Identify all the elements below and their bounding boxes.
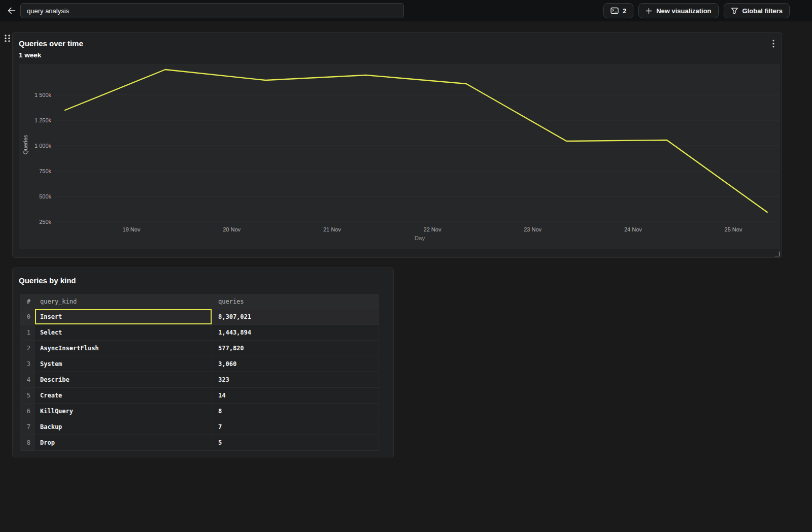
chart-panel-menu-button[interactable] [768, 39, 779, 49]
table-row: 8Drop5 [20, 435, 379, 451]
table-cell-index[interactable]: 4 [20, 372, 35, 387]
global-filters-button[interactable]: Global filters [724, 3, 790, 18]
panel-resize-handle[interactable] [774, 250, 780, 256]
x-axis-tick-label: 22 Nov [424, 226, 442, 232]
x-axis-tick-label: 24 Nov [624, 226, 642, 232]
table-cell-queries[interactable]: 1,443,894 [212, 325, 379, 340]
table-panel-title: Queries by kind [19, 276, 76, 285]
resize-corner-icon [774, 251, 780, 257]
queries-over-time-chart[interactable]: 1 500k1 250k1 000k750k500k250k19 Nov20 N… [19, 64, 780, 249]
table-cell-index[interactable]: 2 [20, 341, 35, 356]
table-cell-queries[interactable]: 5 [212, 435, 379, 450]
x-axis-tick-label: 21 Nov [323, 226, 341, 232]
table-cell-queries[interactable]: 8 [212, 404, 379, 419]
table-cell-queries[interactable]: 577,820 [212, 341, 379, 356]
table-cell-query-kind[interactable]: Backup [35, 419, 212, 435]
panel-drag-handle[interactable] [4, 34, 11, 43]
x-axis-tick-label: 20 Nov [223, 226, 241, 232]
y-axis-title: Queries [22, 135, 28, 154]
table-header-row: # query_kind queries [20, 294, 379, 309]
table-row: 2AsyncInsertFlush577,820 [20, 341, 379, 356]
funnel-icon [731, 7, 738, 15]
table-cell-query-kind[interactable]: Select [35, 325, 212, 340]
y-axis-tick-label: 500k [39, 193, 51, 200]
x-axis-tick-label: 25 Nov [725, 226, 742, 232]
table-cell-query-kind[interactable]: Drop [35, 435, 212, 450]
table-cell-queries[interactable]: 323 [212, 372, 379, 387]
queries-line-series [65, 70, 767, 212]
queries-chart-svg: 1 500k1 250k1 000k750k500k250k19 Nov20 N… [19, 64, 780, 249]
table-cell-query-kind[interactable]: AsyncInsertFlush [35, 341, 212, 356]
table-cell-index[interactable]: 1 [20, 325, 35, 340]
global-filters-label: Global filters [742, 7, 783, 15]
table-row: 7Backup7 [20, 419, 379, 435]
query-tabs-count: 2 [623, 7, 626, 15]
table-cell-queries[interactable]: 7 [212, 419, 379, 435]
chart-panel-subtitle: 1 week [19, 51, 41, 59]
table-cell-query-kind[interactable]: Describe [35, 372, 212, 387]
table-cell-query-kind[interactable]: Create [35, 388, 212, 403]
new-visualization-button[interactable]: New visualization [638, 3, 718, 18]
console-icon [611, 7, 619, 14]
drag-dots-icon [4, 34, 11, 43]
y-axis-tick-label: 1 250k [35, 117, 52, 123]
table-row: 3System3,060 [20, 356, 379, 372]
table-body: 0Insert8,307,0211Select1,443,8942AsyncIn… [20, 309, 379, 451]
plus-icon [646, 8, 652, 14]
queries-by-kind-table: # query_kind queries 0Insert8,307,0211Se… [20, 294, 379, 451]
table-cell-index[interactable]: 5 [20, 388, 35, 403]
y-axis-tick-label: 1 500k [35, 92, 52, 98]
arrow-left-icon [7, 7, 16, 15]
queries-by-kind-panel: Queries by kind # query_kind queries 0In… [12, 268, 394, 457]
table-cell-index[interactable]: 8 [20, 435, 35, 450]
table-cell-queries[interactable]: 14 [212, 388, 379, 403]
topbar: 2 New visualization Global filters [0, 0, 812, 21]
x-axis-tick-label: 19 Nov [123, 226, 141, 232]
table-row: 4Describe323 [20, 372, 379, 388]
y-axis-tick-label: 1 000k [35, 143, 52, 149]
table-cell-index[interactable]: 6 [20, 404, 35, 419]
table-cell-index[interactable]: 0 [20, 309, 35, 324]
table-row: 1Select1,443,894 [20, 325, 379, 341]
table-cell-index[interactable]: 7 [20, 419, 35, 435]
table-row: 5Create14 [20, 388, 379, 404]
y-axis-tick-label: 750k [39, 168, 51, 174]
y-axis-tick-label: 250k [39, 219, 51, 225]
kebab-menu-icon [772, 40, 774, 48]
topbar-actions: 2 New visualization Global filters [603, 3, 790, 18]
x-axis-title: Day [415, 235, 425, 241]
table-cell-query-kind[interactable]: KillQuery [35, 404, 212, 419]
table-cell-queries[interactable]: 3,060 [212, 356, 379, 372]
column-header-queries[interactable]: queries [212, 294, 379, 309]
table-cell-queries[interactable]: 8,307,021 [212, 309, 379, 324]
query-tabs-button[interactable]: 2 [603, 3, 633, 18]
column-header-index[interactable]: # [20, 294, 35, 309]
new-visualization-label: New visualization [656, 7, 711, 15]
table-cell-query-kind[interactable]: Insert [35, 309, 212, 324]
dashboard-title-input[interactable] [20, 3, 404, 18]
table-row: 0Insert8,307,021 [20, 309, 379, 325]
queries-over-time-panel: Queries over time 1 week 1 500k1 250k1 0… [12, 32, 782, 258]
column-header-query-kind[interactable]: query_kind [35, 294, 212, 309]
back-button[interactable] [5, 5, 18, 17]
table-cell-query-kind[interactable]: System [35, 356, 212, 372]
chart-panel-title: Queries over time [19, 39, 83, 48]
table-row: 6KillQuery8 [20, 404, 379, 419]
table-cell-index[interactable]: 3 [20, 356, 35, 372]
x-axis-tick-label: 23 Nov [524, 226, 542, 232]
